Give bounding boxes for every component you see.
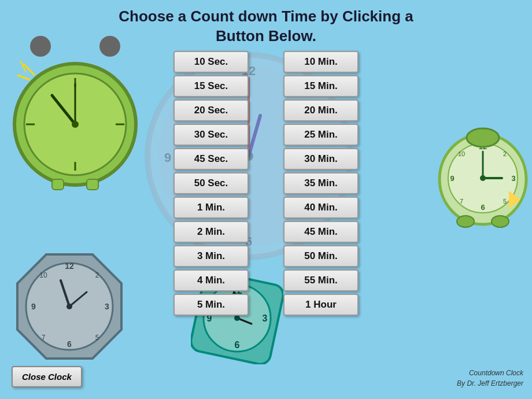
btn-left-2[interactable]: 20 Sec. [173,99,249,121]
svg-point-46 [234,315,240,321]
btn-right-5[interactable]: 35 Min. [283,172,359,194]
btn-right-8[interactable]: 50 Min. [283,245,359,267]
btn-left-4[interactable]: 45 Sec. [173,148,249,170]
svg-text:7: 7 [42,334,46,342]
left-column: 10 Sec.15 Sec.20 Sec.30 Sec.45 Sec.50 Se… [173,51,249,316]
btn-left-3[interactable]: 30 Sec. [173,124,249,146]
btn-left-1[interactable]: 15 Sec. [173,75,249,97]
btn-left-9[interactable]: 4 Min. [173,269,249,291]
close-clock-button[interactable]: Close Clock [12,366,82,387]
btn-right-2[interactable]: 20 Min. [283,99,359,121]
svg-text:6: 6 [235,340,240,350]
btn-left-7[interactable]: 2 Min. [173,221,249,243]
btn-right-3[interactable]: 25 Min. [283,124,359,146]
btn-right-9[interactable]: 55 Min. [283,269,359,291]
btn-left-6[interactable]: 1 Min. [173,197,249,219]
attribution: Countdown Clock By Dr. Jeff Ertzberger [457,368,523,389]
btn-left-8[interactable]: 3 Min. [173,245,249,267]
btn-right-1[interactable]: 15 Min. [283,75,359,97]
btn-left-10[interactable]: 5 Min. [173,294,249,316]
button-area: 10 Sec.15 Sec.20 Sec.30 Sec.45 Sec.50 Se… [0,51,532,316]
svg-text:6: 6 [67,339,72,349]
svg-line-45 [237,318,252,324]
svg-text:5: 5 [95,334,99,342]
btn-right-0[interactable]: 10 Min. [283,51,359,73]
btn-left-0[interactable]: 10 Sec. [173,51,249,73]
right-column: 10 Min.15 Min.20 Min.25 Min.30 Min.35 Mi… [283,51,359,316]
btn-right-7[interactable]: 45 Min. [283,221,359,243]
btn-right-10[interactable]: 1 Hour [283,294,359,316]
btn-right-4[interactable]: 30 Min. [283,148,359,170]
page-title: Choose a Count down Time by Clicking a B… [0,0,532,51]
btn-right-6[interactable]: 40 Min. [283,197,359,219]
btn-left-5[interactable]: 50 Sec. [173,172,249,194]
